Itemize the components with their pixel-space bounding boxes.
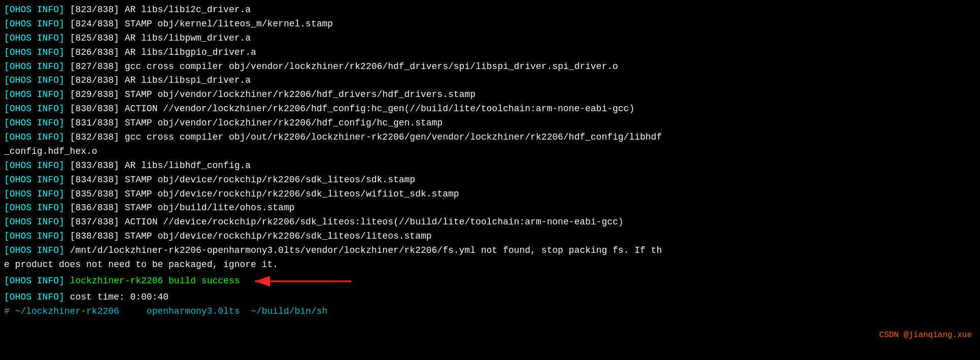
prefix: [OHOS INFO]	[4, 19, 64, 29]
log-line: [OHOS INFO] [828/838] AR libs/libspi_dri…	[4, 74, 976, 88]
log-line: [OHOS INFO] [826/838] AR libs/libgpio_dr…	[4, 46, 976, 60]
shell-prompt-line: # ~/lockzhiner-rk2206 openharmony3.0lts …	[4, 305, 976, 319]
log-line: [OHOS INFO] [833/838] AR libs/libhdf_con…	[4, 159, 976, 173]
log-line: [OHOS INFO] [836/838] STAMP obj/build/li…	[4, 201, 976, 215]
success-log-line: [OHOS INFO] lockzhiner-rk2206 build succ…	[4, 274, 240, 288]
log-line-wrap: _config.hdf_hex.o	[4, 145, 976, 159]
log-line: [OHOS INFO] [823/838] AR libs/libi2c_dri…	[4, 3, 976, 17]
prefix: [OHOS INFO]	[4, 292, 64, 302]
prefix: [OHOS INFO]	[4, 75, 64, 85]
terminal: [OHOS INFO] [823/838] AR libs/libi2c_dri…	[0, 0, 980, 360]
log-line: [OHOS INFO] [824/838] STAMP obj/kernel/l…	[4, 17, 976, 31]
prefix: [OHOS INFO]	[4, 245, 64, 255]
log-line: [OHOS INFO] [837/838] ACTION //device/ro…	[4, 215, 976, 230]
prefix: [OHOS INFO]	[4, 189, 64, 199]
prefix: [OHOS INFO]	[4, 47, 64, 57]
log-line: [OHOS INFO] [830/838] ACTION //vendor/lo…	[4, 102, 976, 116]
prefix: [OHOS INFO]	[4, 175, 64, 185]
prefix: [OHOS INFO]	[4, 104, 64, 114]
prefix: [OHOS INFO]	[4, 33, 64, 43]
prefix: [OHOS INFO]	[4, 203, 64, 213]
prefix: [OHOS INFO]	[4, 231, 64, 241]
log-line: [OHOS INFO] [834/838] STAMP obj/device/r…	[4, 173, 976, 187]
log-line: [OHOS INFO] [835/838] STAMP obj/device/r…	[4, 187, 976, 202]
prefix: [OHOS INFO]	[4, 89, 64, 100]
log-line: [OHOS INFO] [829/838] STAMP obj/vendor/l…	[4, 88, 976, 102]
success-row: [OHOS INFO] lockzhiner-rk2206 build succ…	[4, 272, 976, 290]
prefix: [OHOS INFO]	[4, 217, 64, 227]
log-line: [OHOS INFO] [831/838] STAMP obj/vendor/l…	[4, 116, 976, 130]
prefix: [OHOS INFO]	[4, 5, 64, 15]
csdn-watermark: CSDN @jianqiang.xue	[880, 329, 972, 342]
prefix: [OHOS INFO]	[4, 276, 64, 286]
log-line: [OHOS INFO] [838/838] STAMP obj/device/r…	[4, 230, 976, 244]
log-line: [OHOS INFO] [832/838] gcc cross compiler…	[4, 130, 976, 145]
log-line-wrap: e product does not need to be packaged, …	[4, 258, 976, 272]
log-line: [OHOS INFO] [825/838] AR libs/libpwm_dri…	[4, 31, 976, 46]
prefix: [OHOS INFO]	[4, 132, 64, 142]
log-line: [OHOS INFO] [827/838] gcc cross compiler…	[4, 60, 976, 74]
prefix: [OHOS INFO]	[4, 61, 64, 72]
prefix: [OHOS INFO]	[4, 160, 64, 171]
prefix: [OHOS INFO]	[4, 118, 64, 128]
log-line: [OHOS INFO] /mnt/d/lockzhiner-rk2206-ope…	[4, 244, 976, 258]
red-arrow-icon	[245, 272, 356, 290]
cost-log-line: [OHOS INFO] cost time: 0:00:40	[4, 290, 976, 305]
